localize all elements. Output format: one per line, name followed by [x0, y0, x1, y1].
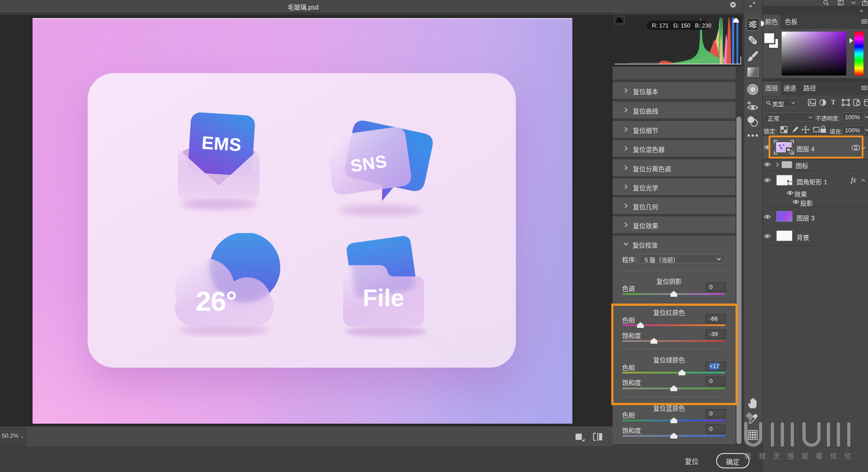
svg-text:EMS: EMS	[201, 132, 242, 154]
svg-text:File: File	[363, 285, 404, 311]
svg-text:R: 171 G: 150 B: 230: R: 171 G: 150 B: 230	[652, 23, 711, 29]
svg-text:26°: 26°	[196, 285, 237, 317]
